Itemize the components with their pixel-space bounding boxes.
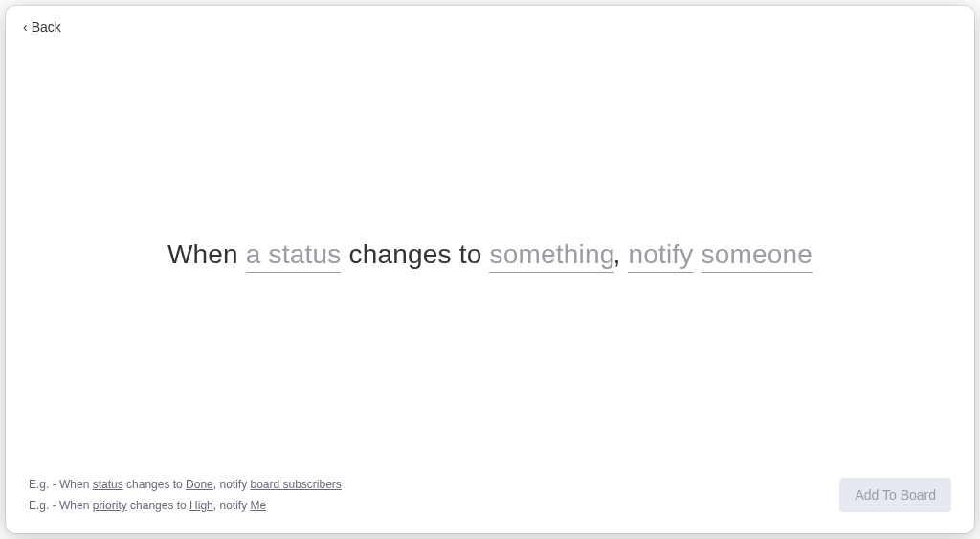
status-slot[interactable]: a status bbox=[246, 239, 342, 273]
top-bar: ‹ Back bbox=[6, 6, 974, 34]
back-button[interactable]: ‹ Back bbox=[23, 19, 61, 34]
when-label: When bbox=[167, 239, 238, 269]
chevron-left-icon: ‹ bbox=[23, 20, 28, 34]
example-line: E.g. - When priority changes to High, no… bbox=[29, 499, 342, 512]
changes-to-label: changes to bbox=[348, 239, 481, 269]
value-slot[interactable]: something bbox=[489, 239, 614, 273]
rule-builder-modal: ‹ Back When a status changes to somethin… bbox=[6, 6, 974, 533]
back-label: Back bbox=[32, 19, 61, 34]
rule-sentence: When a status changes to something, noti… bbox=[167, 239, 813, 273]
rule-sentence-area: When a status changes to something, noti… bbox=[6, 34, 974, 478]
examples-list: E.g. - When status changes to Done, noti… bbox=[29, 478, 342, 512]
comma: , bbox=[612, 239, 620, 269]
add-to-board-button[interactable]: Add To Board bbox=[839, 478, 951, 512]
bottom-bar: E.g. - When status changes to Done, noti… bbox=[6, 478, 974, 533]
target-slot[interactable]: someone bbox=[702, 239, 813, 273]
example-line: E.g. - When status changes to Done, noti… bbox=[29, 478, 342, 491]
action-slot[interactable]: notify bbox=[628, 239, 693, 273]
